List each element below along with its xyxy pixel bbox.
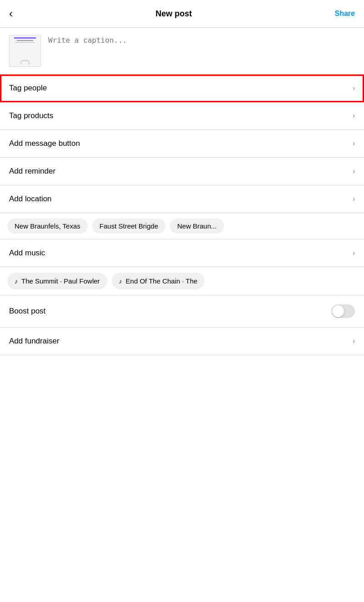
back-button[interactable]: ‹ bbox=[9, 7, 13, 20]
tag-people-chevron: › bbox=[353, 84, 355, 92]
boost-post-label: Boost post bbox=[9, 307, 45, 316]
page-title: New post bbox=[155, 9, 192, 19]
add-message-button-label: Add message button bbox=[9, 139, 80, 148]
location-chip-2[interactable]: New Braun... bbox=[170, 219, 224, 234]
toggle-knob bbox=[332, 305, 344, 317]
add-fundraiser-chevron: › bbox=[353, 337, 355, 345]
caption-area bbox=[0, 28, 364, 75]
location-chip-1[interactable]: Faust Street Brigde bbox=[92, 219, 165, 234]
thumbnail-decoration-3 bbox=[15, 42, 35, 43]
post-thumbnail bbox=[9, 35, 41, 67]
music-chip-label-1: End Of The Chain · The bbox=[126, 277, 198, 285]
add-reminder-label: Add reminder bbox=[9, 167, 55, 176]
add-location-chevron: › bbox=[353, 195, 355, 203]
tag-products-item[interactable]: Tag products › bbox=[0, 102, 364, 130]
location-chips-row: New Braunfels, Texas Faust Street Brigde… bbox=[0, 213, 364, 239]
music-chips-row: ♪ The Summit · Paul Fowler ♪ End Of The … bbox=[0, 267, 364, 295]
add-music-label: Add music bbox=[9, 249, 45, 258]
boost-toggle[interactable] bbox=[331, 304, 355, 318]
music-chip-label-0: The Summit · Paul Fowler bbox=[21, 277, 100, 285]
music-chip-0[interactable]: ♪ The Summit · Paul Fowler bbox=[7, 273, 107, 289]
thumbnail-decoration-1 bbox=[14, 37, 36, 39]
thumbnail-decoration-2 bbox=[17, 40, 33, 41]
caption-input[interactable] bbox=[48, 35, 355, 62]
tag-products-chevron: › bbox=[353, 112, 355, 120]
add-location-label: Add location bbox=[9, 194, 52, 204]
music-note-icon-0: ♪ bbox=[15, 278, 18, 285]
tag-products-label: Tag products bbox=[9, 111, 53, 120]
add-music-chevron: › bbox=[353, 249, 355, 257]
add-location-item[interactable]: Add location › bbox=[0, 185, 364, 213]
add-reminder-chevron: › bbox=[353, 167, 355, 175]
tag-people-item[interactable]: Tag people › bbox=[0, 75, 364, 102]
header: ‹ New post Share bbox=[0, 0, 364, 28]
add-reminder-item[interactable]: Add reminder › bbox=[0, 158, 364, 185]
add-fundraiser-label: Add fundraiser bbox=[9, 337, 60, 346]
tag-people-label: Tag people bbox=[9, 84, 47, 93]
music-chip-1[interactable]: ♪ End Of The Chain · The bbox=[112, 273, 205, 289]
location-chip-0[interactable]: New Braunfels, Texas bbox=[7, 219, 88, 234]
add-message-chevron: › bbox=[353, 139, 355, 148]
menu-list: Tag people › Tag products › Add message … bbox=[0, 75, 364, 213]
music-note-icon-1: ♪ bbox=[119, 278, 122, 285]
add-music-item[interactable]: Add music › bbox=[0, 239, 364, 267]
add-fundraiser-item[interactable]: Add fundraiser › bbox=[0, 328, 364, 355]
thumbnail-circle bbox=[20, 60, 30, 65]
add-message-button-item[interactable]: Add message button › bbox=[0, 130, 364, 158]
share-button[interactable]: Share bbox=[335, 10, 355, 18]
boost-post-item: Boost post bbox=[0, 295, 364, 328]
